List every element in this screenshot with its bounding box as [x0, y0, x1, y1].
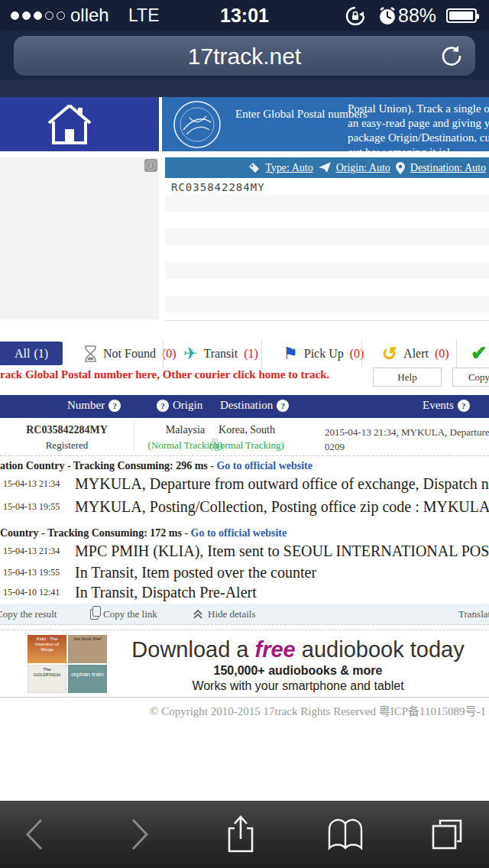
- book-cover: The GOLDFINCH: [28, 665, 66, 693]
- forward-button[interactable]: [121, 801, 159, 868]
- divider: [163, 340, 164, 368]
- copy-link-link[interactable]: Copy the link: [90, 608, 157, 620]
- copy-result-link[interactable]: Copy the result: [0, 608, 57, 620]
- paper-plane-icon: [319, 162, 331, 173]
- upu-logo: [171, 99, 223, 150]
- col-origin: Origin: [173, 399, 202, 412]
- ad-subline: Works with your smartphone and tablet: [115, 679, 481, 693]
- event-row: 15-04-13 19:55 In Transit, Item posted o…: [0, 564, 489, 585]
- tag-icon: [248, 162, 260, 173]
- book-cover: Kidd · The Invention of Wings: [28, 635, 66, 663]
- divider: [456, 340, 457, 368]
- filter-tabs: All(1) Not Found(0) ✈ Transit(1) ⚑ Pick …: [0, 342, 489, 365]
- event-row: 15-04-13 19:55 MYKULA, Posting/Collectio…: [0, 498, 489, 520]
- back-button[interactable]: [15, 801, 53, 868]
- destination-tracking-note: (Normal Tracking): [205, 439, 289, 452]
- chevrons-up-icon: [193, 609, 203, 620]
- section-header-origin: Country - Tracking Consuming: 172 ms - G…: [0, 527, 287, 539]
- ad-subline: 150,000+ audiobooks & more: [115, 664, 481, 678]
- ad-headline: Download a free audiobook today: [115, 637, 481, 662]
- detail-footer: Copy the result Copy the link Hide detai…: [0, 604, 489, 625]
- tracking-result-row[interactable]: RC035842284MY Registered Malaysia (Norma…: [0, 418, 489, 456]
- help-question-icon[interactable]: ?: [458, 400, 470, 412]
- official-website-link[interactable]: Go to official website: [216, 460, 313, 471]
- tab-delivered[interactable]: ✔: [471, 342, 487, 365]
- copy-button[interactable]: Copy: [452, 368, 489, 387]
- flag-icon: ⚑: [283, 345, 298, 362]
- event-row: 15-04-10 12:41 In Transit, Dispatch Pre-…: [0, 584, 489, 605]
- tracking-options-bar: Type: Auto Origin: Auto Destination: Aut…: [165, 157, 489, 178]
- undo-icon: ↺: [382, 345, 397, 362]
- book-covers: Kidd · The Invention of Wings the book t…: [28, 635, 107, 693]
- tab-pick-up[interactable]: ⚑ Pick Up(0): [283, 342, 364, 365]
- tab-all[interactable]: All(1): [0, 342, 63, 365]
- tracking-notice: rack Global Postal number here, Other co…: [0, 368, 329, 381]
- ad-info-icon[interactable]: ⓘ: [144, 159, 157, 172]
- type-auto-link[interactable]: Type: Auto: [265, 162, 313, 174]
- event-row: 15-04-13 21:34 MYKULA, Departure from ou…: [0, 475, 489, 497]
- destination-auto-link[interactable]: Destination: Auto: [410, 162, 486, 174]
- home-icon: [46, 103, 93, 144]
- help-button[interactable]: Help: [373, 368, 442, 387]
- status-bar: olleh LTE 13:01 88%: [0, 0, 489, 31]
- help-question-icon[interactable]: ?: [157, 400, 169, 412]
- battery-percent: 88%: [398, 5, 436, 27]
- book-cover: orphan train: [68, 665, 107, 693]
- col-number: Number: [67, 399, 105, 412]
- home-button[interactable]: [0, 97, 159, 151]
- divider: [361, 340, 362, 368]
- tab-transit[interactable]: ✈ Transit(1): [183, 342, 258, 365]
- share-button[interactable]: [222, 801, 260, 868]
- latest-event: 2015-04-13 21:34, MYKULA, Departure from…: [325, 425, 489, 454]
- results-table-header: Number? ?Origin Destination? Events?: [0, 395, 489, 418]
- official-website-link[interactable]: Go to official website: [191, 527, 287, 539]
- reload-icon[interactable]: [440, 44, 463, 67]
- translate-link[interactable]: Translat: [458, 608, 489, 620]
- address-field[interactable]: 17track.net: [14, 36, 475, 76]
- location-pin-icon: [396, 162, 405, 174]
- alarm-clock-icon: [377, 6, 397, 26]
- book-cover: the book thief: [68, 635, 107, 663]
- divider: [134, 421, 134, 453]
- divider: [261, 340, 262, 368]
- hourglass-icon: [84, 345, 97, 362]
- hide-details-link[interactable]: Hide details: [193, 608, 255, 620]
- copy-icon: [90, 609, 99, 620]
- help-question-icon[interactable]: ?: [108, 400, 121, 412]
- tracking-number: RC035842284MY: [0, 424, 134, 436]
- url-text: 17track.net: [14, 44, 475, 70]
- help-question-icon[interactable]: ?: [277, 400, 289, 412]
- banner-paragraph: Postal Union). Track a single or multipl…: [348, 102, 489, 151]
- iphone-screen: olleh LTE 13:01 88% 17track.net: [0, 0, 489, 868]
- safari-toolbar: [0, 801, 489, 868]
- check-icon: ✔: [471, 342, 487, 365]
- audiobook-ad[interactable]: Kidd · The Invention of Wings the book t…: [0, 630, 489, 698]
- intro-banner: Enter Global Postal numbers Postal Union…: [162, 97, 489, 151]
- tracking-status: Registered: [0, 439, 134, 452]
- tabs-button[interactable]: [428, 801, 466, 868]
- event-row: 15-04-13 21:34 MPC PMIH (KLIA), Item sen…: [0, 542, 489, 564]
- col-destination: Destination: [220, 399, 273, 412]
- site-top-strip: [0, 79, 489, 97]
- plane-icon: ✈: [183, 345, 197, 362]
- tracking-number-input[interactable]: RC035842284MY: [165, 178, 489, 321]
- section-header-destination: ation Country - Tracking Consuming: 296 …: [0, 460, 313, 472]
- orientation-lock-icon: [345, 6, 365, 26]
- origin-auto-link[interactable]: Origin: Auto: [336, 162, 390, 174]
- bookmarks-button[interactable]: [325, 801, 366, 868]
- copyright-text: © Copyright 2010-2015 17track Rights Res…: [150, 702, 486, 718]
- destination-country: Korea, South: [205, 424, 289, 436]
- col-events: Events: [423, 399, 454, 412]
- battery-icon: [446, 8, 477, 23]
- tab-alert[interactable]: ↺ Alert(0): [382, 342, 449, 365]
- cup-ad[interactable]: COFFEE E CUP AT OWS HAT'S SIDE E-ORDER ⓘ: [0, 157, 159, 319]
- safari-top-bar: 17track.net: [0, 31, 489, 79]
